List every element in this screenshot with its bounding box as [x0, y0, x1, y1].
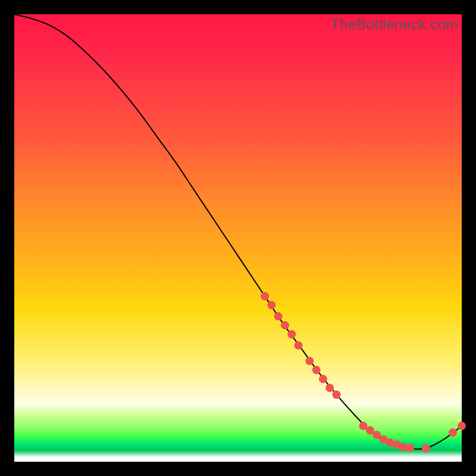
- data-marker: [458, 422, 466, 430]
- data-marker: [406, 444, 415, 452]
- data-marker: [267, 301, 275, 309]
- data-marker: [287, 330, 296, 339]
- data-marker: [325, 384, 334, 392]
- data-marker: [319, 375, 327, 383]
- bottleneck-curve: [14, 14, 462, 449]
- data-marker: [332, 390, 340, 399]
- data-marker: [422, 444, 430, 452]
- chart-frame: TheBottleneck.com: [14, 14, 462, 462]
- data-marker: [274, 312, 283, 321]
- data-marker: [312, 366, 321, 374]
- marker-layer: [261, 292, 466, 453]
- chart-svg: [14, 14, 462, 462]
- data-marker: [295, 341, 303, 349]
- data-marker: [261, 292, 269, 300]
- data-marker: [281, 321, 289, 330]
- data-marker: [449, 428, 457, 437]
- data-marker: [305, 357, 314, 365]
